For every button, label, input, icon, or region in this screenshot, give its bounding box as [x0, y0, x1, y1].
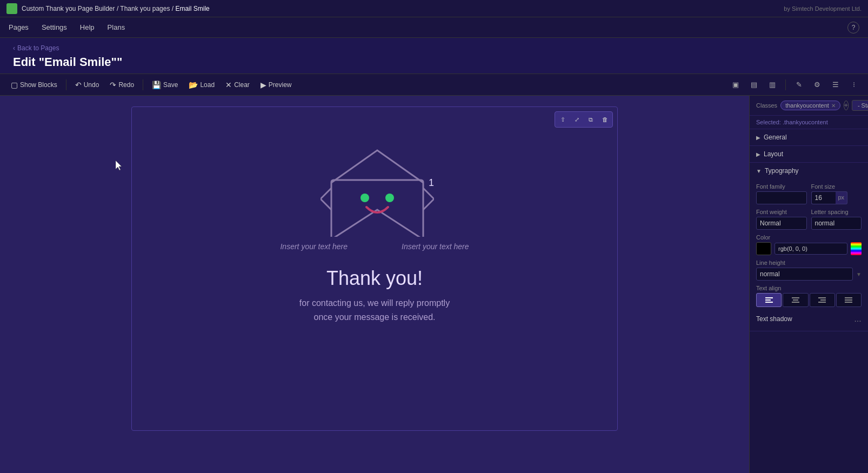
font-weight-select[interactable]: Normal	[756, 217, 807, 230]
nav-pages[interactable]: Pages	[9, 19, 29, 36]
text-align-label: Text align	[756, 285, 862, 291]
show-blocks-icon: ▢	[11, 81, 18, 89]
remove-class-button[interactable]: ✕	[831, 103, 836, 109]
duplicate-button[interactable]: ⧉	[584, 113, 597, 126]
color-input[interactable]	[774, 243, 847, 255]
line-height-row: Line height ▼	[756, 259, 862, 281]
thank-you-heading[interactable]: Thank you!	[175, 267, 574, 290]
color-field	[756, 242, 862, 255]
text-align-section: Text align	[756, 285, 862, 307]
undo-icon: ↶	[75, 81, 82, 89]
settings-gear-button[interactable]: ⚙	[810, 77, 825, 92]
save-button[interactable]: 💾 Save	[148, 78, 182, 91]
undo-button[interactable]: ↶ Undo	[71, 78, 104, 91]
email-illustration: 1	[132, 139, 617, 226]
svg-rect-6	[792, 297, 799, 298]
svg-rect-14	[845, 302, 852, 303]
color-picker-icon[interactable]	[851, 242, 862, 255]
move-button[interactable]: ⤢	[570, 113, 583, 126]
class-tag[interactable]: thankyoucontent ✕	[780, 101, 840, 110]
accordion-general-header[interactable]: ▶ General	[750, 129, 868, 145]
text-col-left[interactable]: Insert your text here	[280, 242, 348, 251]
svg-rect-7	[793, 299, 798, 301]
svg-rect-13	[845, 299, 852, 301]
align-right-button[interactable]	[810, 293, 835, 307]
align-left-button[interactable]	[756, 293, 782, 307]
svg-rect-5	[765, 302, 773, 303]
redo-button[interactable]: ↷ Redo	[105, 78, 138, 91]
badge-number: 1	[429, 177, 434, 189]
accordion-typography: ▼ Typography Font family Font size	[750, 163, 868, 331]
svg-rect-0	[331, 180, 423, 237]
chevron-right-icon-2: ▶	[756, 151, 760, 157]
svg-rect-11	[818, 302, 826, 303]
svg-point-2	[385, 194, 394, 202]
clear-button[interactable]: ✕ Clear	[221, 78, 254, 91]
back-to-pages-link[interactable]: ‹ Back to Pages	[13, 44, 855, 52]
accordion-layout: ▶ Layout	[750, 146, 868, 163]
help-button[interactable]: ?	[847, 22, 859, 34]
move-up-button[interactable]: ⇧	[556, 113, 569, 126]
mobile-view-button[interactable]: ▥	[765, 77, 780, 92]
breadcrumb: Custom Thank you Page Builder / Thank yo…	[22, 5, 210, 12]
font-family-select[interactable]	[756, 191, 807, 204]
svg-point-1	[360, 194, 369, 202]
align-justify-icon	[845, 297, 852, 303]
text-shadow-label: Text shadow	[756, 315, 792, 323]
state-dropdown[interactable]: - State -	[852, 100, 868, 111]
nav-plans[interactable]: Plans	[108, 19, 125, 36]
nav-help[interactable]: Help	[80, 19, 95, 36]
accordion-typography-header[interactable]: ▼ Typography	[750, 163, 868, 179]
add-class-button[interactable]: +	[844, 101, 849, 110]
selected-element-label: Selected: .thankyoucontent	[750, 116, 868, 129]
font-size-label: Font size	[811, 183, 862, 190]
font-size-input[interactable]	[811, 191, 836, 204]
color-preview[interactable]	[756, 242, 771, 255]
accordion-general: ▶ General	[750, 129, 868, 146]
load-icon: 📂	[189, 81, 198, 89]
desktop-view-button[interactable]: ▣	[728, 77, 743, 92]
element-toolbar: ⇧ ⤢ ⧉ 🗑	[555, 111, 613, 128]
tablet-view-button[interactable]: ▤	[746, 77, 762, 92]
blocks-list-button[interactable]: ☰	[828, 77, 843, 92]
classes-label: Classes	[756, 102, 777, 109]
canvas[interactable]: ⇧ ⤢ ⧉ 🗑	[0, 96, 749, 473]
toolbar-sep-3	[785, 79, 786, 90]
chevron-right-icon: ▶	[756, 135, 760, 141]
svg-rect-12	[845, 297, 852, 298]
thank-you-body: for contacting us, we will reply promptl…	[175, 296, 574, 324]
save-icon: 💾	[152, 81, 161, 89]
page-frame: ⇧ ⤢ ⧉ 🗑	[131, 106, 618, 431]
line-height-down-arrow[interactable]: ▼	[856, 271, 862, 277]
font-weight-group: Font weight Normal	[756, 209, 807, 230]
grid-view-button[interactable]: ⁝	[846, 77, 862, 92]
align-justify-button[interactable]	[836, 293, 862, 307]
font-size-unit: px	[836, 191, 848, 204]
nav-settings[interactable]: Settings	[42, 19, 67, 36]
vendor-label: by Simtech Development Ltd.	[784, 5, 862, 12]
font-size-input-group: px	[811, 191, 862, 204]
style-button[interactable]: ✎	[791, 77, 806, 92]
load-button[interactable]: 📂 Load	[184, 78, 219, 91]
align-center-button[interactable]	[783, 293, 808, 307]
toolbar-separator	[66, 79, 66, 90]
right-panel: Classes thankyoucontent ✕ + - State - Se…	[749, 96, 868, 473]
mouse-cursor-icon	[116, 161, 124, 173]
chevron-down-icon: ▼	[756, 168, 762, 174]
font-weight-label: Font weight	[756, 209, 807, 215]
svg-rect-10	[820, 299, 826, 301]
text-col-right[interactable]: Insert your text here	[402, 242, 469, 251]
delete-element-button[interactable]: 🗑	[598, 113, 611, 126]
text-columns: Insert your text here Insert your text h…	[132, 242, 617, 251]
typography-content: Font family Font size px	[750, 179, 868, 331]
svg-rect-4	[765, 299, 771, 301]
accordion-layout-header[interactable]: ▶ Layout	[750, 146, 868, 162]
toolbar: ▢ Show Blocks ↶ Undo ↷ Redo 💾 Save 📂 Loa…	[0, 74, 868, 96]
line-height-input[interactable]	[756, 268, 853, 281]
text-shadow-toggle[interactable]: …	[854, 315, 862, 323]
show-blocks-button[interactable]: ▢ Show Blocks	[6, 78, 62, 91]
svg-rect-8	[792, 302, 799, 303]
letter-spacing-select[interactable]: normal	[811, 217, 862, 230]
letter-spacing-group: Letter spacing normal	[811, 209, 862, 230]
preview-button[interactable]: ▶ Preview	[256, 78, 296, 91]
